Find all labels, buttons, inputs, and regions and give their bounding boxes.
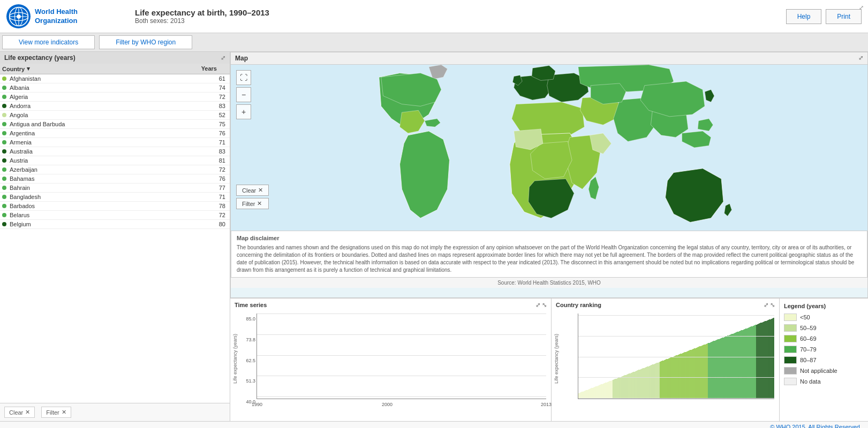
y-gridline: [257, 376, 546, 376]
table-row[interactable]: Azerbaijan 72: [0, 165, 230, 174]
time-series-panel: Time series ⤢ ⤡ Life expectancy (years) …: [230, 299, 552, 421]
country-name: Albania: [10, 85, 195, 91]
table-row[interactable]: Antigua and Barbuda 75: [0, 120, 230, 129]
x-tick: 2013: [541, 402, 552, 407]
table-row[interactable]: Andorra 83: [0, 102, 230, 111]
cr-gridline: [578, 377, 774, 378]
country-years: 71: [195, 139, 228, 146]
col-header-country[interactable]: Country ▾: [2, 65, 195, 72]
chart-main-title: Life expectancy at birth, 1990–2013: [135, 8, 786, 17]
table-row[interactable]: Albania 74: [0, 83, 230, 93]
y-tick: 73.8: [246, 337, 257, 342]
view-more-button[interactable]: View more indicators: [2, 35, 95, 49]
fullscreen-button[interactable]: ⛶: [236, 70, 251, 85]
cr-gridline: [578, 315, 774, 316]
table-row[interactable]: Bangladesh 71: [0, 193, 230, 202]
header: World Health Organization Life expectanc…: [0, 0, 868, 33]
who-logo: World Health Organization: [6, 4, 103, 28]
panel-expand-icon[interactable]: ⤢: [221, 55, 225, 62]
map-filter-button[interactable]: Filter ✕: [236, 198, 269, 209]
country-years: 80: [195, 221, 228, 227]
country-list[interactable]: Afghanistan 61 Albania 74 Algeria 72 And…: [0, 74, 230, 403]
world-map[interactable]: [231, 65, 867, 231]
table-row[interactable]: Argentina 76: [0, 129, 230, 138]
filter-button[interactable]: Filter ✕: [41, 407, 71, 418]
country-years: 77: [195, 185, 228, 191]
country-years: 72: [195, 212, 228, 218]
country-years: 72: [195, 166, 228, 173]
country-dot: [2, 149, 6, 154]
country-name: Barbados: [10, 203, 195, 209]
ts-expand-icon[interactable]: ⤢ ⤡: [535, 302, 547, 309]
table-row[interactable]: Austria 81: [0, 156, 230, 165]
who-logo-circle: [6, 4, 31, 28]
country-name: Angola: [10, 112, 195, 118]
print-button[interactable]: Print: [826, 9, 862, 24]
map-controls: ⛶ − +: [236, 70, 251, 119]
country-name: Azerbaijan: [10, 166, 195, 173]
y-gridline: [257, 334, 546, 335]
country-years: 83: [195, 103, 228, 109]
country-name: Afghanistan: [10, 75, 195, 82]
country-name: Belarus: [10, 212, 195, 218]
legend-label: 80–87: [800, 357, 817, 363]
table-row[interactable]: Australia 83: [0, 147, 230, 156]
legend-item: 50–59: [784, 324, 864, 332]
legend-title: Legend (years): [784, 303, 864, 309]
country-years: 75: [195, 121, 228, 127]
col-header-years: Years: [195, 65, 228, 72]
y-tick: 51.3: [246, 378, 257, 384]
legend-swatch: [784, 367, 797, 374]
map-clear-button[interactable]: Clear ✕: [236, 185, 269, 196]
zoom-out-button[interactable]: −: [236, 87, 251, 102]
country-dot: [2, 177, 6, 181]
country-name: Bangladesh: [10, 194, 195, 200]
table-row[interactable]: Afghanistan 61: [0, 74, 230, 83]
country-dot: [2, 77, 6, 81]
country-dot: [2, 213, 6, 217]
table-row[interactable]: Belgium 80: [0, 220, 230, 229]
rank-bar[interactable]: [773, 318, 774, 399]
map-clear-icon: ✕: [258, 187, 263, 194]
zoom-in-button[interactable]: +: [236, 104, 251, 119]
table-row[interactable]: Angola 52: [0, 111, 230, 120]
table-row[interactable]: Armenia 71: [0, 138, 230, 147]
country-name: Armenia: [10, 139, 195, 146]
country-name: Antigua and Barbuda: [10, 121, 195, 127]
country-name: Austria: [10, 157, 195, 164]
header-buttons: Help Print: [786, 9, 862, 24]
country-dot: [2, 186, 6, 190]
table-row[interactable]: Algeria 72: [0, 93, 230, 102]
legend-label: Not applicable: [800, 368, 837, 374]
x-tick: 1990: [252, 402, 262, 407]
cr-expand-icon[interactable]: ⤢ ⤡: [764, 302, 775, 309]
time-series-chart: Life expectancy (years) 85.073.862.551.3…: [232, 314, 549, 412]
legend-label: 60–69: [800, 335, 817, 342]
legend-swatch: [784, 324, 797, 332]
main-content: Life expectancy (years) ⤢ Country ▾ Year…: [0, 52, 868, 421]
filter-region-button[interactable]: Filter by WHO region: [99, 35, 192, 49]
sort-icon: ▾: [27, 65, 30, 72]
filter-icon: ✕: [62, 409, 66, 416]
table-row[interactable]: Barbados 78: [0, 202, 230, 211]
panel-bottom: Clear ✕ Filter ✕: [0, 403, 230, 421]
ranking-chart-inner: 85.073.862.551.340.0: [578, 314, 774, 399]
country-dot: [2, 195, 6, 199]
legend-panel: Legend (years) <50 50–59 60–69 70–79 80–…: [780, 299, 868, 421]
country-dot: [2, 131, 6, 135]
table-row[interactable]: Belarus 72: [0, 211, 230, 220]
y-tick: 62.5: [246, 358, 257, 363]
country-name: Belgium: [10, 221, 195, 227]
map-expand-icon[interactable]: ⤢: [858, 55, 863, 62]
y-gridline: [257, 355, 546, 356]
map-content: ⛶ − + Clear ✕ Filter ✕: [231, 65, 867, 231]
legend-item: Not applicable: [784, 367, 864, 374]
help-button[interactable]: Help: [786, 9, 822, 24]
table-row[interactable]: Bahrain 77: [0, 184, 230, 193]
who-org-name: World Health Organization: [35, 7, 103, 26]
legend-item: 60–69: [784, 335, 864, 342]
table-row[interactable]: Bahamas 76: [0, 174, 230, 184]
country-dot: [2, 86, 6, 90]
disclaimer-text: The boundaries and names shown and the d…: [237, 244, 862, 274]
clear-button[interactable]: Clear ✕: [4, 407, 35, 418]
